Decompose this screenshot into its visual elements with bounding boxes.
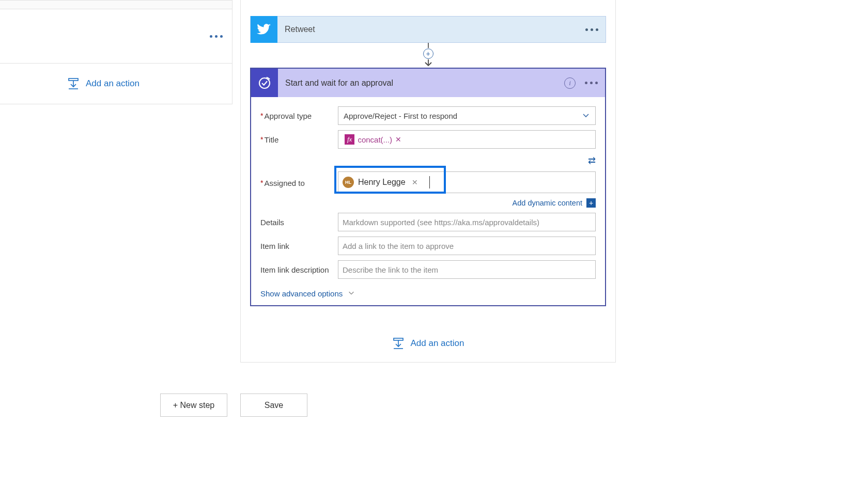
- add-action-button[interactable]: Add an action: [0, 64, 232, 104]
- add-step-inline-button[interactable]: +: [423, 49, 433, 59]
- assigned-to-label: *Assigned to: [260, 179, 338, 187]
- item-link-label: Item link: [260, 242, 338, 250]
- approval-type-label: *Approval type: [260, 112, 338, 120]
- twitter-icon: [251, 16, 277, 43]
- branch-action-stub: [0, 9, 232, 64]
- svg-rect-5: [394, 338, 403, 340]
- add-action-button[interactable]: Add an action: [241, 337, 615, 350]
- approval-title: Start and wait for an approval: [278, 78, 564, 88]
- add-dynamic-content-label: Add dynamic content: [513, 199, 582, 207]
- assigned-to-input[interactable]: HL Henry Legge ✕: [338, 171, 596, 193]
- ellipsis-icon[interactable]: [585, 82, 605, 84]
- ellipsis-icon[interactable]: [210, 35, 223, 38]
- title-input[interactable]: fx concat(...) ✕: [338, 130, 596, 149]
- details-input[interactable]: [338, 213, 596, 231]
- info-icon[interactable]: i: [564, 77, 576, 89]
- flow-connector: [428, 308, 429, 333]
- item-link-input[interactable]: [338, 237, 596, 255]
- insert-step-icon: [392, 337, 405, 350]
- branch-header-stub: [0, 1, 232, 9]
- main-branch-container: Retweet + Start and wait for an approval…: [240, 0, 616, 363]
- svg-rect-0: [69, 78, 78, 81]
- show-advanced-label: Show advanced options: [260, 289, 343, 298]
- fx-icon: fx: [345, 134, 354, 145]
- title-label: *Title: [260, 135, 338, 144]
- show-advanced-options-button[interactable]: Show advanced options: [260, 289, 596, 300]
- expression-text: concat(...): [358, 135, 392, 144]
- item-link-desc-input[interactable]: [338, 260, 596, 279]
- expression-token[interactable]: fx concat(...) ✕: [342, 133, 405, 146]
- new-step-button[interactable]: + New step: [160, 393, 227, 417]
- avatar: HL: [343, 177, 354, 188]
- text-caret: [429, 176, 430, 188]
- approval-card-header[interactable]: Start and wait for an approval i: [251, 69, 605, 97]
- approval-type-select[interactable]: Approve/Reject - First to respond: [338, 106, 596, 125]
- add-action-label: Add an action: [86, 78, 140, 89]
- chevron-down-icon: [348, 289, 355, 298]
- insert-step-icon: [67, 77, 80, 90]
- retweet-title: Retweet: [277, 25, 585, 34]
- remove-token-button[interactable]: ✕: [395, 135, 401, 144]
- details-text-input[interactable]: [342, 218, 592, 227]
- item-link-desc-text-input[interactable]: [342, 265, 592, 274]
- person-chip[interactable]: HL Henry Legge ✕: [340, 174, 420, 191]
- add-action-label: Add an action: [411, 338, 464, 349]
- details-label: Details: [260, 218, 338, 227]
- save-button[interactable]: Save: [240, 393, 307, 417]
- ellipsis-icon[interactable]: [585, 28, 606, 31]
- item-link-text-input[interactable]: [342, 242, 592, 250]
- footer-buttons: + New step Save: [160, 393, 307, 417]
- swap-mode-icon[interactable]: ⇄: [588, 155, 596, 166]
- add-dynamic-content-button[interactable]: Add dynamic content +: [260, 198, 596, 208]
- item-link-desc-label: Item link description: [260, 265, 338, 274]
- approval-card: Start and wait for an approval i *Approv…: [250, 68, 606, 306]
- plus-icon: +: [586, 198, 596, 208]
- left-branch-card: Add an action: [0, 0, 233, 104]
- flow-connector: +: [418, 43, 439, 68]
- chevron-down-icon: [582, 111, 590, 121]
- action-retweet-card[interactable]: Retweet: [250, 16, 606, 43]
- approval-type-value: Approve/Reject - First to respond: [344, 112, 457, 120]
- remove-person-button[interactable]: ✕: [412, 178, 418, 186]
- svg-point-4: [259, 78, 270, 88]
- approvals-icon: [251, 69, 278, 97]
- person-name: Henry Legge: [358, 178, 406, 187]
